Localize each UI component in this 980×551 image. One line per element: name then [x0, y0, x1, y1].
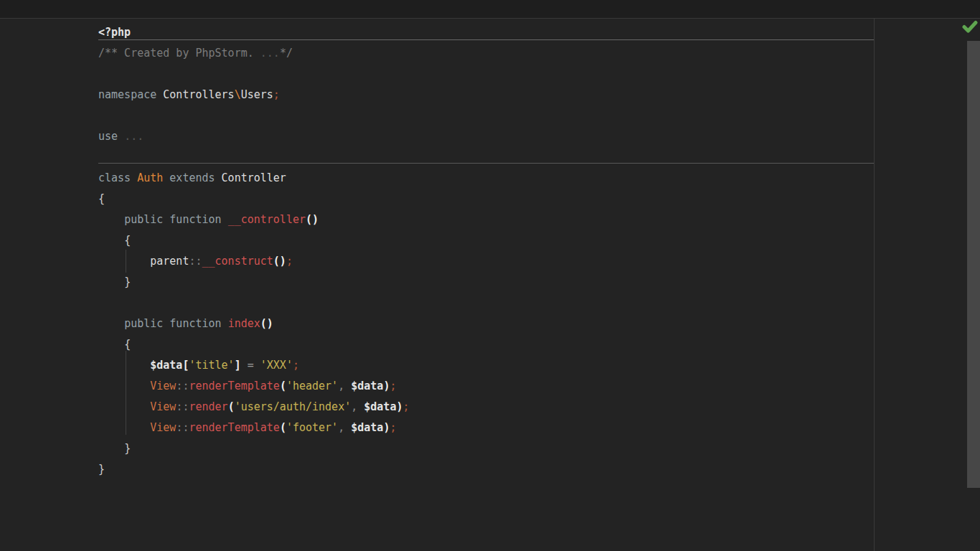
code-token: $data — [150, 359, 182, 372]
code-token: use — [98, 130, 124, 143]
code-token: Controller — [222, 171, 286, 184]
code-token: = — [248, 359, 254, 372]
code-token: :: — [176, 400, 189, 413]
code-line[interactable] — [98, 64, 410, 85]
code-token — [98, 400, 150, 413]
code-token: ; — [273, 88, 280, 101]
code-token: renderTemplate — [189, 380, 279, 392]
code-token: 'title' — [189, 359, 234, 372]
code-token: 'header' — [286, 380, 338, 392]
code-token: public function — [124, 213, 228, 226]
code-line[interactable]: } — [98, 459, 410, 480]
code-line[interactable]: parent::__construct(); — [98, 251, 410, 272]
code-token — [98, 442, 124, 455]
code-token: render — [189, 400, 227, 413]
code-token — [98, 359, 150, 372]
code-token — [98, 276, 124, 288]
code-token: View — [150, 380, 176, 392]
code-token: :: — [176, 380, 189, 392]
code-token: } — [124, 276, 131, 288]
code-line[interactable]: View::renderTemplate('header', $data); — [98, 376, 410, 397]
code-token — [98, 421, 150, 434]
code-token: \ — [235, 88, 241, 101]
code-token: */ — [280, 47, 293, 60]
code-line[interactable]: class Auth extends Controller — [98, 168, 410, 189]
code-token: () — [273, 255, 286, 268]
code-token: Users — [241, 88, 273, 101]
indent-guide — [126, 250, 126, 273]
code-token: 'XXX' — [260, 359, 293, 372]
code-token: Auth — [137, 171, 163, 184]
php-open-tag-separator — [98, 39, 874, 40]
code-token: $data — [351, 380, 383, 392]
code-token — [98, 255, 150, 268]
code-token — [98, 317, 124, 330]
code-token: { — [124, 234, 131, 247]
code-token: $data — [351, 421, 383, 434]
code-token — [344, 421, 351, 434]
code-line[interactable]: } — [98, 272, 410, 293]
code-line[interactable]: { — [98, 334, 410, 355]
code-area[interactable]: <?php/** Created by PhpStorm. ...*/names… — [98, 22, 410, 480]
code-line[interactable]: } — [98, 438, 410, 459]
code-token: /** Created by PhpStorm. — [98, 47, 260, 60]
code-line[interactable]: namespace Controllers\Users; — [98, 85, 410, 105]
error-stripe-pane — [875, 19, 980, 551]
code-token: <?php — [98, 26, 131, 39]
code-token: View — [150, 400, 176, 413]
code-token: } — [98, 463, 105, 476]
code-token: ( — [280, 380, 286, 392]
code-line[interactable] — [98, 105, 410, 126]
code-token — [98, 213, 124, 226]
code-token: ; — [293, 359, 299, 372]
code-token: 'users/auth/index' — [235, 400, 352, 413]
code-token: ; — [402, 400, 409, 413]
code-token: , — [338, 380, 344, 392]
code-line[interactable]: public function __controller() — [98, 209, 410, 230]
code-token: :: — [189, 255, 202, 268]
code-token: View — [150, 421, 176, 434]
code-token: 'footer' — [286, 421, 338, 434]
code-token — [254, 359, 260, 372]
code-token — [98, 338, 124, 351]
code-token: , — [338, 421, 344, 434]
code-token: parent — [150, 255, 189, 268]
code-line[interactable]: $data['title'] = 'XXX'; — [98, 355, 410, 376]
code-token: class — [98, 171, 137, 184]
code-token: () — [306, 213, 319, 226]
code-line[interactable]: use ... — [98, 126, 410, 147]
code-token — [98, 380, 150, 392]
code-token: :: — [176, 421, 189, 434]
code-token: $data — [364, 400, 396, 413]
class-section-separator — [98, 163, 874, 164]
scrollbar-thumb[interactable] — [967, 41, 980, 488]
code-token: { — [124, 338, 131, 351]
code-token: ; — [390, 421, 396, 434]
code-token: __construct — [202, 255, 273, 268]
code-token: Controllers — [163, 88, 234, 101]
code-token: ( — [280, 421, 286, 434]
code-token: () — [260, 317, 273, 330]
code-line[interactable]: View::renderTemplate('footer', $data); — [98, 418, 410, 438]
code-line[interactable]: /** Created by PhpStorm. ...*/ — [98, 43, 410, 64]
indent-guide — [126, 351, 126, 435]
code-token — [241, 359, 248, 372]
code-token: extends — [163, 171, 221, 184]
code-token: { — [98, 192, 105, 205]
code-token: ... — [124, 130, 143, 143]
code-token: index — [228, 317, 260, 330]
code-line[interactable]: View::render('users/auth/index', $data); — [98, 397, 410, 418]
code-line[interactable]: { — [98, 230, 410, 251]
code-token: __controller — [228, 213, 306, 226]
top-bar — [0, 0, 980, 19]
code-line[interactable]: public function index() — [98, 314, 410, 334]
code-token — [98, 234, 124, 247]
code-line[interactable] — [98, 293, 410, 314]
code-line[interactable]: { — [98, 189, 410, 209]
code-line[interactable] — [98, 147, 410, 168]
code-token: ( — [228, 400, 235, 413]
code-token: } — [124, 442, 131, 455]
code-token: ... — [260, 47, 280, 60]
code-token: ; — [286, 255, 293, 268]
code-token — [344, 380, 351, 392]
